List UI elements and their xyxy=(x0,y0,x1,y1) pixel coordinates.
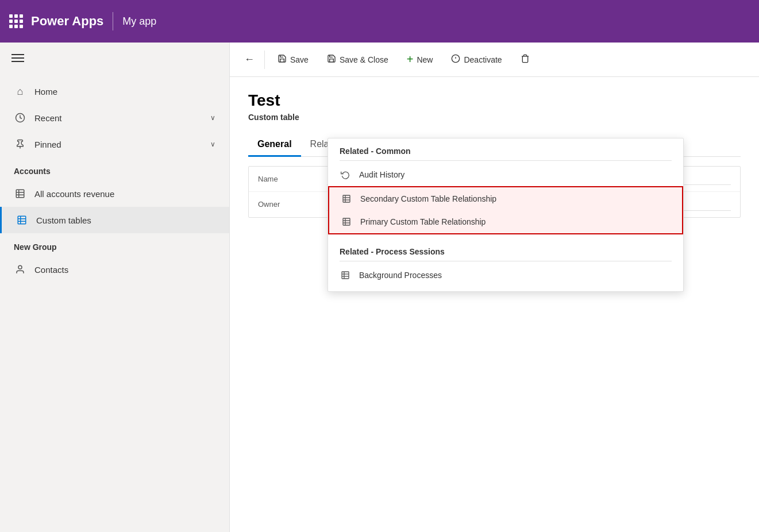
record-title: Test xyxy=(248,91,741,110)
save-label: Save xyxy=(290,55,309,64)
dropdown-bottom-spacer xyxy=(328,287,683,291)
toolbar: ← Save Save & Close + New xyxy=(230,43,759,77)
svg-rect-18 xyxy=(343,218,350,225)
dropdown-divider-2 xyxy=(340,261,672,261)
history-icon xyxy=(340,169,351,180)
dropdown-divider-1 xyxy=(340,160,672,161)
dropdown-item-audit-history[interactable]: Audit History xyxy=(328,163,683,186)
delete-button[interactable] xyxy=(513,49,538,70)
app-name: My app xyxy=(122,16,156,28)
process-icon xyxy=(340,269,351,281)
dropdown-item-label: Primary Custom Table Relationship xyxy=(360,217,486,226)
sidebar-nav: ⌂ Home Recent ∨ Pinned ∨ Accounts xyxy=(0,74,229,287)
dropdown-item-label: Secondary Custom Table Relationship xyxy=(360,194,496,203)
sidebar-item-label: Contacts xyxy=(34,265,215,275)
apps-icon xyxy=(9,14,23,28)
header-divider xyxy=(113,12,113,30)
dropdown-item-secondary-custom-table[interactable]: Secondary Custom Table Relationship xyxy=(329,187,682,210)
brand-name: Power Apps xyxy=(31,14,103,29)
svg-rect-6 xyxy=(18,216,26,224)
save-close-icon xyxy=(327,54,336,65)
svg-rect-14 xyxy=(343,195,350,202)
sidebar-item-label: Pinned xyxy=(34,140,210,149)
sidebar: ⌂ Home Recent ∨ Pinned ∨ Accounts xyxy=(0,43,230,532)
dropdown-spacer xyxy=(328,234,683,239)
sidebar-item-contacts[interactable]: Contacts xyxy=(0,256,229,283)
dropdown-item-label: Audit History xyxy=(359,170,404,179)
chevron-down-icon: ∨ xyxy=(210,140,215,148)
dropdown-item-primary-custom-table[interactable]: Primary Custom Table Relationship xyxy=(329,210,682,233)
dropdown-section-header-process: Related - Process Sessions xyxy=(328,239,683,261)
pin-icon xyxy=(14,138,26,151)
new-icon: + xyxy=(407,53,414,66)
form-label-owner: Owner xyxy=(258,200,327,209)
new-label: New xyxy=(417,55,433,64)
clock-icon xyxy=(14,111,26,124)
table-icon xyxy=(341,216,352,228)
dropdown-section-header-common: Related - Common xyxy=(328,138,683,160)
save-button[interactable]: Save xyxy=(269,49,317,70)
dropdown-item-label: Background Processes xyxy=(359,271,442,280)
tab-general[interactable]: General xyxy=(248,133,301,157)
custom-tables-icon xyxy=(16,214,28,226)
sidebar-item-recent[interactable]: Recent ∨ xyxy=(0,105,229,131)
toolbar-divider xyxy=(264,51,265,69)
save-close-button[interactable]: Save & Close xyxy=(319,49,396,70)
save-close-label: Save & Close xyxy=(340,55,388,64)
sidebar-item-all-accounts-revenue[interactable]: All accounts revenue xyxy=(0,180,229,207)
related-dropdown: Related - Common Audit History xyxy=(328,138,684,292)
save-icon xyxy=(278,54,287,65)
home-icon: ⌂ xyxy=(14,85,26,98)
sidebar-item-label: Custom tables xyxy=(36,215,215,225)
main-layout: ⌂ Home Recent ∨ Pinned ∨ Accounts xyxy=(0,43,759,532)
record-area: Test Custom table General Related Name O… xyxy=(230,77,759,532)
svg-rect-22 xyxy=(342,272,349,279)
new-button[interactable]: + New xyxy=(399,48,441,71)
hamburger-menu[interactable] xyxy=(0,43,229,74)
sidebar-item-label: Recent xyxy=(34,113,210,123)
svg-point-10 xyxy=(18,265,22,269)
back-button[interactable]: ← xyxy=(239,49,260,70)
contacts-icon xyxy=(14,263,26,276)
content-area: ← Save Save & Close + New xyxy=(230,43,759,532)
back-icon: ← xyxy=(244,53,255,65)
deactivate-icon xyxy=(451,54,460,65)
section-header-accounts: Accounts xyxy=(0,157,229,180)
sidebar-item-label: All accounts revenue xyxy=(34,189,215,199)
accounts-icon xyxy=(14,187,26,200)
top-header: Power Apps My app xyxy=(0,0,759,43)
sidebar-item-home[interactable]: ⌂ Home xyxy=(0,78,229,105)
sidebar-item-label: Home xyxy=(34,87,215,97)
deactivate-label: Deactivate xyxy=(464,55,502,64)
delete-icon xyxy=(521,54,530,65)
record-subtitle: Custom table xyxy=(248,113,741,122)
sidebar-item-custom-tables[interactable]: Custom tables xyxy=(0,207,229,233)
table-icon xyxy=(341,193,352,205)
section-header-new-group: New Group xyxy=(0,233,229,256)
highlighted-items-box: Secondary Custom Table Relationship Prim… xyxy=(328,186,683,234)
sidebar-item-pinned[interactable]: Pinned ∨ xyxy=(0,131,229,157)
chevron-down-icon: ∨ xyxy=(210,114,215,122)
deactivate-button[interactable]: Deactivate xyxy=(443,49,510,70)
form-label-name: Name xyxy=(258,175,327,183)
dropdown-item-background-processes[interactable]: Background Processes xyxy=(328,264,683,287)
svg-rect-2 xyxy=(16,190,24,198)
